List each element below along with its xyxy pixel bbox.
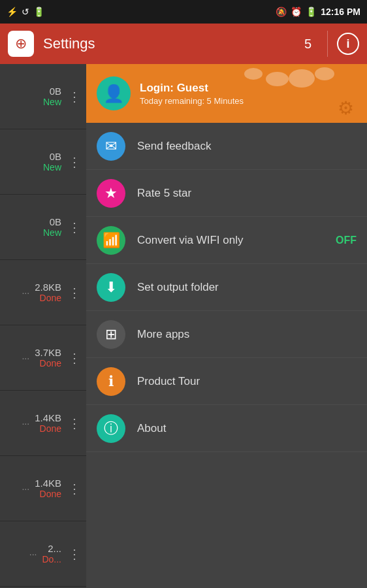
list-row-6[interactable]: ···1.4KBDone⋮: [0, 456, 86, 521]
row-menu-dots-2[interactable]: ⋮: [68, 220, 81, 235]
row-info-6: 1.4KBDone: [35, 478, 61, 499]
list-row-5[interactable]: ···1.4KBDone⋮: [0, 391, 86, 456]
gear-icon: ⚙: [338, 97, 354, 119]
battery-icon: 🔋: [33, 7, 44, 17]
list-row-7[interactable]: ···2...Do...⋮: [0, 521, 86, 587]
row-status-5: Done: [35, 423, 61, 434]
cloud-4: [244, 68, 263, 80]
login-banner[interactable]: ⚙ 👤 Login: Guest Today remaining: 5 Minu…: [86, 64, 367, 123]
row-size-3: 2.8KB: [35, 282, 61, 293]
row-info-3: 2.8KBDone: [35, 282, 61, 303]
info-button[interactable]: i: [337, 33, 359, 55]
list-row-4[interactable]: ···3.7KBDone⋮: [0, 325, 86, 391]
status-left-icons: ⚡ ↺ 🔋: [7, 7, 44, 17]
row-info-7: 2...Do...: [42, 543, 61, 564]
list-row-0[interactable]: 0BNew⋮: [0, 64, 86, 129]
row-status-2: New: [43, 227, 61, 238]
login-name: Login: Guest: [140, 82, 244, 95]
rate-5-star-label: Rate 5 star: [137, 187, 357, 200]
row-size-7: 2...: [42, 543, 61, 554]
status-bar: ⚡ ↺ 🔋 🔕 ⏰ 🔋 12:16 PM: [0, 0, 367, 24]
row-left-dots-7: ···: [29, 549, 37, 559]
menu-item-set-output-folder[interactable]: ⬇Set output folder: [86, 264, 367, 311]
row-info-1: 0BNew: [43, 151, 61, 172]
row-left-dots-4: ···: [22, 353, 29, 363]
row-status-7: Do...: [42, 554, 61, 564]
row-info-0: 0BNew: [43, 86, 61, 107]
toolbar: ⊕ Settings 5 i: [0, 24, 367, 64]
row-menu-dots-0[interactable]: ⋮: [68, 89, 81, 105]
row-size-6: 1.4KB: [35, 478, 61, 489]
convert-wifi-label: Convert via WIFI only: [137, 234, 324, 247]
notification-badge[interactable]: 5: [304, 37, 311, 52]
row-status-3: Done: [35, 293, 61, 303]
row-menu-dots-1[interactable]: ⋮: [68, 154, 81, 170]
row-size-4: 3.7KB: [35, 347, 61, 358]
menu-item-product-tour[interactable]: ℹProduct Tour: [86, 358, 367, 405]
sidebar-drawer: ⚙ 👤 Login: Guest Today remaining: 5 Minu…: [86, 64, 367, 588]
more-apps-label: More apps: [137, 328, 357, 341]
menu-item-more-apps[interactable]: ⊞More apps: [86, 311, 367, 358]
cloud-3: [266, 72, 289, 86]
row-status-1: New: [43, 162, 61, 172]
row-status-0: New: [43, 97, 61, 107]
menu-item-send-feedback[interactable]: ✉Send feedback: [86, 123, 367, 170]
divider: [327, 31, 328, 57]
list-row-3[interactable]: ···2.8KBDone⋮: [0, 260, 86, 325]
row-menu-dots-6[interactable]: ⋮: [68, 481, 81, 497]
row-size-0: 0B: [43, 86, 61, 97]
product-tour-label: Product Tour: [137, 375, 357, 388]
row-status-6: Done: [35, 489, 61, 499]
row-menu-dots-7[interactable]: ⋮: [68, 546, 81, 562]
send-feedback-label: Send feedback: [137, 140, 357, 153]
convert-wifi-icon: 📶: [97, 226, 125, 255]
page-title: Settings: [43, 35, 295, 52]
set-output-folder-label: Set output folder: [137, 281, 357, 294]
info-icon: i: [346, 37, 349, 51]
row-menu-dots-4[interactable]: ⋮: [68, 350, 81, 366]
product-tour-icon: ℹ: [97, 367, 125, 396]
about-icon: ⓘ: [97, 414, 125, 443]
status-right-info: 🔕 ⏰ 🔋 12:16 PM: [276, 7, 360, 17]
cloud-1: [289, 69, 315, 88]
logo-icon: ⊕: [15, 35, 27, 52]
row-left-dots-5: ···: [22, 418, 29, 429]
more-apps-icon: ⊞: [97, 320, 125, 349]
row-info-4: 3.7KBDone: [35, 347, 61, 368]
about-label: About: [137, 422, 357, 435]
row-left-dots-3: ···: [22, 287, 29, 298]
avatar-icon: 👤: [103, 84, 124, 104]
menu-item-rate-5-star[interactable]: ★Rate 5 star: [86, 170, 367, 217]
menu-item-convert-wifi[interactable]: 📶Convert via WIFI onlyOFF: [86, 217, 367, 264]
app-logo: ⊕: [8, 31, 34, 57]
right-panel: 0BNew⋮0BNew⋮0BNew⋮···2.8KBDone⋮···3.7KBD…: [0, 64, 86, 588]
convert-wifi-value: OFF: [336, 235, 357, 246]
usb-icon: ⚡: [7, 7, 18, 17]
list-row-1[interactable]: 0BNew⋮: [0, 129, 86, 195]
row-menu-dots-3[interactable]: ⋮: [68, 285, 81, 301]
row-info-5: 1.4KBDone: [35, 412, 61, 434]
row-size-5: 1.4KB: [35, 412, 61, 423]
avatar: 👤: [97, 76, 131, 110]
sync-icon: ↺: [22, 7, 29, 17]
set-output-folder-icon: ⬇: [97, 273, 125, 302]
cloud-2: [315, 67, 334, 80]
row-size-1: 0B: [43, 151, 61, 162]
menu-item-about[interactable]: ⓘAbout: [86, 405, 367, 452]
login-subtitle: Today remaining: 5 Minutes: [140, 96, 244, 106]
rate-5-star-icon: ★: [97, 179, 125, 208]
list-row-2[interactable]: 0BNew⋮: [0, 195, 86, 260]
mute-icon: 🔕: [276, 7, 287, 17]
row-left-dots-6: ···: [22, 483, 29, 494]
send-feedback-icon: ✉: [97, 132, 125, 161]
menu-list: ✉Send feedback★Rate 5 star📶Convert via W…: [86, 123, 367, 452]
login-info: Login: Guest Today remaining: 5 Minutes: [140, 82, 244, 106]
row-info-2: 0BNew: [43, 216, 61, 238]
main-content: 0BNew⋮0BNew⋮0BNew⋮···2.8KBDone⋮···3.7KBD…: [0, 64, 367, 588]
clock: 12:16 PM: [321, 7, 360, 17]
row-size-2: 0B: [43, 216, 61, 227]
row-menu-dots-5[interactable]: ⋮: [68, 416, 81, 431]
battery-full-icon: 🔋: [306, 7, 317, 17]
row-status-4: Done: [35, 358, 61, 368]
alarm-icon: ⏰: [291, 7, 302, 17]
